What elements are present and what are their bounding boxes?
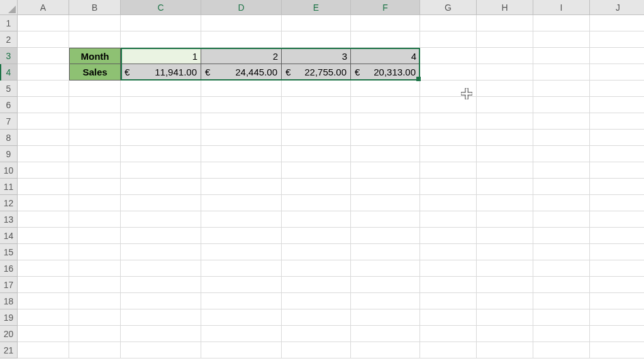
cell-H19[interactable] (477, 309, 533, 326)
cell-A14[interactable] (18, 228, 69, 244)
cell-H6[interactable] (477, 97, 533, 113)
cell-I21[interactable] (533, 342, 590, 358)
cell-E2[interactable] (282, 31, 351, 48)
cell-G10[interactable] (420, 162, 477, 179)
cell-G8[interactable] (420, 130, 477, 146)
cell-F6[interactable] (351, 97, 420, 113)
cell-J15[interactable] (590, 244, 644, 260)
cell-J2[interactable] (590, 31, 644, 48)
cell-E16[interactable] (282, 260, 351, 277)
cell-D1[interactable] (201, 15, 282, 31)
cell-E11[interactable] (282, 179, 351, 195)
cell-D17[interactable] (201, 277, 282, 293)
row-header-2[interactable]: 2 (0, 31, 18, 48)
cell-J6[interactable] (590, 97, 644, 113)
cell-D12[interactable] (201, 195, 282, 211)
cell-H9[interactable] (477, 146, 533, 162)
cell-J8[interactable] (590, 130, 644, 146)
cell-F16[interactable] (351, 260, 420, 277)
cell-G5[interactable] (420, 81, 477, 97)
row-header-8[interactable]: 8 (0, 130, 18, 146)
cell-D19[interactable] (201, 309, 282, 326)
row-header-12[interactable]: 12 (0, 195, 18, 211)
cell-F4[interactable]: € 20,313.00 (351, 64, 420, 81)
cell-G9[interactable] (420, 146, 477, 162)
cell-G20[interactable] (420, 326, 477, 342)
row-header-18[interactable]: 18 (0, 293, 18, 309)
cell-A12[interactable] (18, 195, 69, 211)
cell-G11[interactable] (420, 179, 477, 195)
cell-D11[interactable] (201, 179, 282, 195)
cell-B10[interactable] (69, 162, 121, 179)
cell-I19[interactable] (533, 309, 590, 326)
cell-J21[interactable] (590, 342, 644, 358)
col-header-D[interactable]: D (201, 0, 282, 15)
cell-D7[interactable] (201, 113, 282, 130)
cell-J13[interactable] (590, 211, 644, 228)
cell-H15[interactable] (477, 244, 533, 260)
cell-E5[interactable] (282, 81, 351, 97)
cell-F11[interactable] (351, 179, 420, 195)
cell-I17[interactable] (533, 277, 590, 293)
cell-C7[interactable] (121, 113, 201, 130)
cell-H13[interactable] (477, 211, 533, 228)
col-header-J[interactable]: J (590, 0, 644, 15)
cell-C1[interactable] (121, 15, 201, 31)
cell-J9[interactable] (590, 146, 644, 162)
cell-I6[interactable] (533, 97, 590, 113)
cell-D4[interactable]: € 24,445.00 (201, 64, 282, 81)
cell-E21[interactable] (282, 342, 351, 358)
cell-C9[interactable] (121, 146, 201, 162)
cell-J7[interactable] (590, 113, 644, 130)
cell-H8[interactable] (477, 130, 533, 146)
cell-F7[interactable] (351, 113, 420, 130)
cell-B4-sales-label[interactable]: Sales (69, 64, 121, 81)
cell-I3[interactable] (533, 48, 590, 64)
cell-E7[interactable] (282, 113, 351, 130)
row-header-21[interactable]: 21 (0, 342, 18, 358)
cell-J14[interactable] (590, 228, 644, 244)
cell-H16[interactable] (477, 260, 533, 277)
cell-C10[interactable] (121, 162, 201, 179)
cell-E13[interactable] (282, 211, 351, 228)
cell-I15[interactable] (533, 244, 590, 260)
cell-J10[interactable] (590, 162, 644, 179)
cell-H5[interactable] (477, 81, 533, 97)
cell-J12[interactable] (590, 195, 644, 211)
cell-G17[interactable] (420, 277, 477, 293)
cell-A17[interactable] (18, 277, 69, 293)
cell-B1[interactable] (69, 15, 121, 31)
cell-I5[interactable] (533, 81, 590, 97)
cell-C17[interactable] (121, 277, 201, 293)
cell-J4[interactable] (590, 64, 644, 81)
cell-B2[interactable] (69, 31, 121, 48)
cell-D15[interactable] (201, 244, 282, 260)
cell-I12[interactable] (533, 195, 590, 211)
cell-F10[interactable] (351, 162, 420, 179)
cell-J17[interactable] (590, 277, 644, 293)
cell-I4[interactable] (533, 64, 590, 81)
cell-D10[interactable] (201, 162, 282, 179)
cell-A21[interactable] (18, 342, 69, 358)
cell-H20[interactable] (477, 326, 533, 342)
cell-F9[interactable] (351, 146, 420, 162)
cell-D2[interactable] (201, 31, 282, 48)
cell-G12[interactable] (420, 195, 477, 211)
cell-I9[interactable] (533, 146, 590, 162)
cell-E6[interactable] (282, 97, 351, 113)
col-header-H[interactable]: H (477, 0, 533, 15)
cell-E8[interactable] (282, 130, 351, 146)
col-header-I[interactable]: I (533, 0, 590, 15)
row-header-20[interactable]: 20 (0, 326, 18, 342)
cell-E14[interactable] (282, 228, 351, 244)
cell-A15[interactable] (18, 244, 69, 260)
cell-B9[interactable] (69, 146, 121, 162)
cell-I2[interactable] (533, 31, 590, 48)
cell-J3[interactable] (590, 48, 644, 64)
cell-J5[interactable] (590, 81, 644, 97)
cell-G7[interactable] (420, 113, 477, 130)
cell-E10[interactable] (282, 162, 351, 179)
cell-C3[interactable]: 1 (121, 48, 201, 64)
col-header-A[interactable]: A (18, 0, 69, 15)
cell-G1[interactable] (420, 15, 477, 31)
